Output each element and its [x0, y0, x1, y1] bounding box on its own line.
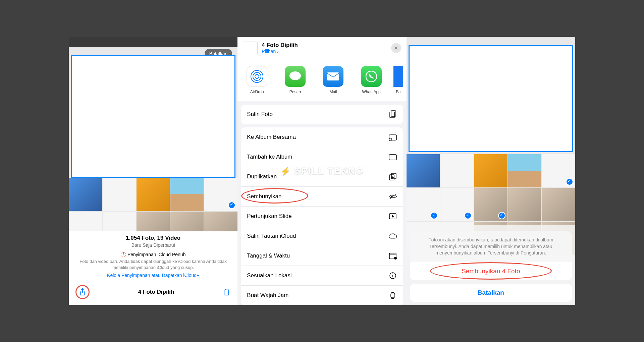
photo-thumb: [474, 154, 507, 187]
copy-icon: [388, 110, 397, 119]
cancel-button[interactable]: Batalkan: [410, 284, 572, 302]
action-sheet-message: Foto ini akan disembunyikan, tapi dapat …: [410, 231, 572, 262]
action-slideshow[interactable]: Pertunjukan Slide: [241, 207, 403, 226]
photo-thumb: [407, 154, 440, 187]
app-label: Fa: [396, 90, 400, 94]
photo-thumb: [440, 188, 474, 221]
selected-photo-large[interactable]: [71, 55, 235, 178]
photo-thumb: [440, 154, 474, 187]
app-label: Pesan: [289, 90, 301, 94]
check-icon: [228, 202, 235, 209]
storage-warning-row: Penyimpanan iCloud Penuh: [73, 252, 233, 257]
action-copy-photo[interactable]: Salin Foto: [241, 105, 403, 124]
photo-count-label: 1.054 Foto, 19 Video: [73, 235, 233, 241]
close-icon: ✕: [394, 45, 398, 51]
calendar-icon: [388, 251, 397, 260]
svg-rect-23: [391, 292, 394, 293]
trash-icon[interactable]: [223, 288, 231, 296]
share-app-airdrop[interactable]: AirDrop: [241, 66, 273, 94]
photo-thumb: [542, 188, 575, 221]
photos-library-panel: Batalkan 1.054 Foto, 19 Video Baru Saja …: [69, 37, 237, 305]
svg-rect-12: [391, 173, 396, 179]
share-app-mail[interactable]: Mail: [317, 66, 350, 94]
hide-photos-button[interactable]: Sembunyikan 4 Foto: [410, 262, 572, 280]
action-duplicate[interactable]: Duplikatkan: [241, 167, 403, 187]
action-sheet: Foto ini akan disembunyikan, tapi dapat …: [410, 231, 572, 305]
share-app-more[interactable]: Fa: [393, 66, 403, 94]
check-icon: [566, 178, 573, 185]
share-sheet-header: 4 Foto Dipilih Pilihan › ✕: [237, 37, 406, 59]
photo-thumb[interactable]: [204, 178, 237, 211]
svg-point-0: [255, 74, 259, 78]
photo-thumb: [407, 188, 440, 221]
check-icon: [498, 212, 505, 219]
action-shared-album[interactable]: Ke Album Bersama: [241, 127, 403, 147]
info-icon: [388, 271, 397, 280]
app-label: Mail: [329, 90, 337, 94]
svg-point-20: [392, 274, 393, 274]
photo-thumb[interactable]: [170, 178, 204, 211]
share-button-highlight[interactable]: [75, 285, 90, 299]
action-watch-face[interactable]: Buat Wajah Jam: [241, 286, 403, 305]
action-date-time[interactable]: Tanggal & Waktu: [241, 246, 403, 266]
selection-toolbar: 4 Foto Dipilih: [73, 282, 233, 302]
status-bar: [69, 37, 237, 47]
photo-thumb: [508, 154, 541, 187]
action-copy-icloud-link[interactable]: Salin Tautan iCloud: [241, 226, 403, 246]
svg-point-3: [289, 71, 301, 80]
photo-thumb: [542, 154, 575, 187]
share-sheet-title: 4 Foto Dipilih: [262, 42, 387, 49]
library-footer: 1.054 Foto, 19 Video Baru Saja Diperbaru…: [69, 231, 237, 305]
svg-point-1: [253, 72, 261, 80]
share-actions-list: Salin Foto Ke Album Bersama Tambah ke Al…: [237, 101, 406, 305]
share-icon: [79, 288, 86, 296]
selection-thumbnail-icon: [243, 42, 258, 54]
app-label: WhatsApp: [362, 90, 380, 94]
add-album-icon: [388, 153, 397, 161]
airdrop-icon: [250, 69, 264, 83]
svg-rect-6: [390, 112, 394, 118]
photo-thumb[interactable]: [103, 178, 136, 211]
warning-icon: [121, 252, 126, 257]
share-app-whatsapp[interactable]: WhatsApp: [355, 66, 387, 94]
check-icon: [430, 212, 438, 219]
mail-icon: [326, 72, 340, 81]
action-location[interactable]: Sesuaikan Lokasi: [241, 266, 403, 286]
svg-rect-10: [389, 155, 396, 160]
hide-icon: [388, 192, 397, 201]
slideshow-icon: [388, 212, 397, 221]
manage-storage-link[interactable]: Kelola Penyimpanan atau Dapatkan iCloud+: [73, 273, 233, 278]
svg-rect-4: [327, 72, 339, 80]
svg-point-9: [389, 138, 392, 141]
share-app-messages[interactable]: Pesan: [279, 66, 311, 94]
close-button[interactable]: ✕: [391, 43, 401, 53]
action-hide[interactable]: Sembunyikan: [241, 187, 403, 207]
photo-thumb[interactable]: [69, 178, 102, 211]
check-icon: [464, 212, 472, 219]
selected-photo-large: [409, 45, 573, 152]
hide-confirmation-panel: Foto ini akan disembunyikan, tapi dapat …: [407, 37, 575, 305]
photo-thumb: [474, 188, 507, 221]
whatsapp-icon: [365, 70, 378, 83]
svg-point-18: [394, 257, 397, 260]
storage-warning-title: Penyimpanan iCloud Penuh: [127, 252, 186, 257]
share-sheet-panel: 4 Foto Dipilih Pilihan › ✕ AirDrop Pesan…: [237, 37, 406, 305]
watch-icon: [388, 291, 397, 300]
duplicate-icon: [388, 172, 397, 181]
photo-thumb: [508, 188, 541, 221]
svg-rect-24: [391, 298, 394, 299]
cloud-link-icon: [388, 232, 397, 240]
action-add-album[interactable]: Tambah ke Album: [241, 147, 403, 167]
options-link[interactable]: Pilihan ›: [262, 49, 387, 54]
updated-label: Baru Saja Diperbarui: [73, 242, 233, 248]
shared-album-icon: [388, 133, 397, 141]
messages-icon: [289, 71, 302, 82]
storage-warning-text: Foto dan video baru Anda tidak dapat diu…: [73, 259, 233, 271]
app-label: AirDrop: [250, 90, 264, 94]
svg-rect-22: [391, 293, 395, 298]
share-apps-row: AirDrop Pesan Mail WhatsApp Fa: [237, 59, 406, 101]
selected-count-label: 4 Foto Dipilih: [138, 289, 174, 295]
svg-rect-7: [391, 111, 396, 116]
photo-thumb[interactable]: [137, 178, 170, 211]
